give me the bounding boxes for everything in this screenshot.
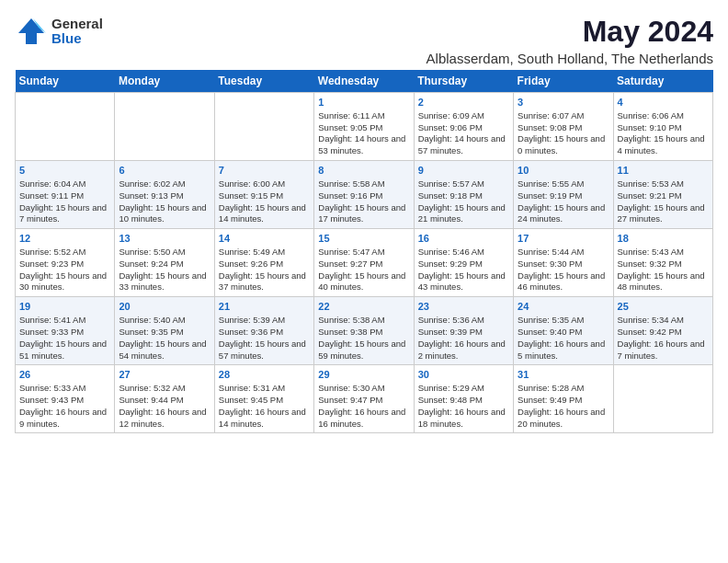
day-info: Sunset: 9:08 PM — [518, 122, 609, 134]
day-info: Sunset: 9:42 PM — [618, 327, 709, 339]
day-number: 15 — [318, 232, 409, 246]
day-info: Sunset: 9:24 PM — [119, 259, 210, 270]
cell-w5-d1: 27Sunrise: 5:32 AMSunset: 9:44 PMDayligh… — [115, 365, 214, 433]
day-info: Sunrise: 5:53 AM — [618, 178, 709, 190]
cell-w4-d5: 24Sunrise: 5:35 AMSunset: 9:40 PMDayligh… — [514, 297, 613, 365]
day-info: Sunset: 9:11 PM — [19, 190, 110, 202]
day-info: Sunrise: 5:43 AM — [618, 247, 709, 259]
day-info: Daylight: 15 hours and 7 minutes. — [19, 202, 110, 226]
day-number: 28 — [219, 368, 310, 382]
day-number: 23 — [418, 300, 509, 314]
day-info: Daylight: 16 hours and 18 minutes. — [418, 407, 509, 431]
cell-w3-d1: 13Sunrise: 5:50 AMSunset: 9:24 PMDayligh… — [115, 229, 214, 297]
day-info: Daylight: 16 hours and 7 minutes. — [618, 339, 709, 362]
cell-w1-d6: 4Sunrise: 6:06 AMSunset: 9:10 PMDaylight… — [613, 93, 712, 161]
day-info: Sunset: 9:35 PM — [119, 327, 210, 339]
day-info: Sunset: 9:23 PM — [19, 259, 110, 270]
day-info: Daylight: 14 hours and 57 minutes. — [418, 133, 509, 157]
day-info: Sunset: 9:36 PM — [219, 327, 310, 339]
day-info: Sunset: 9:47 PM — [318, 395, 409, 407]
day-info: Daylight: 15 hours and 24 minutes. — [518, 202, 609, 226]
day-number: 30 — [418, 368, 509, 382]
day-info: Sunset: 9:39 PM — [418, 327, 509, 339]
cell-w2-d1: 6Sunrise: 6:02 AMSunset: 9:13 PMDaylight… — [115, 161, 214, 229]
cell-w2-d2: 7Sunrise: 6:00 AMSunset: 9:15 PMDaylight… — [214, 161, 313, 229]
day-info: Sunset: 9:40 PM — [518, 327, 609, 339]
logo-general-text: General — [51, 17, 103, 32]
day-number: 27 — [119, 368, 210, 382]
day-number: 13 — [119, 232, 210, 246]
day-info: Daylight: 16 hours and 20 minutes. — [518, 407, 609, 431]
cell-w5-d0: 26Sunrise: 5:33 AMSunset: 9:43 PMDayligh… — [16, 365, 115, 433]
day-info: Sunrise: 5:58 AM — [318, 178, 409, 190]
logo-blue-text: Blue — [51, 31, 103, 47]
day-info: Sunrise: 6:09 AM — [418, 110, 509, 122]
day-info: Daylight: 15 hours and 54 minutes. — [119, 339, 210, 362]
day-number: 29 — [318, 368, 409, 382]
day-info: Daylight: 16 hours and 12 minutes. — [119, 407, 210, 431]
cell-w3-d0: 12Sunrise: 5:52 AMSunset: 9:23 PMDayligh… — [16, 229, 115, 297]
day-info: Sunrise: 5:40 AM — [119, 315, 210, 327]
cell-w3-d3: 15Sunrise: 5:47 AMSunset: 9:27 PMDayligh… — [314, 229, 414, 297]
day-number: 24 — [518, 300, 609, 314]
day-number: 26 — [19, 368, 110, 382]
day-number: 12 — [19, 232, 110, 246]
cell-w2-d6: 11Sunrise: 5:53 AMSunset: 9:21 PMDayligh… — [613, 161, 712, 229]
day-info: Sunset: 9:18 PM — [418, 190, 509, 202]
day-info: Sunset: 9:27 PM — [318, 259, 409, 270]
day-info: Daylight: 16 hours and 16 minutes. — [318, 407, 409, 431]
day-info: Daylight: 15 hours and 4 minutes. — [618, 133, 709, 157]
day-number: 8 — [318, 164, 409, 178]
subtitle: Alblasserdam, South Holland, The Netherl… — [427, 51, 713, 66]
day-info: Sunrise: 6:04 AM — [19, 178, 110, 190]
cell-w3-d2: 14Sunrise: 5:49 AMSunset: 9:26 PMDayligh… — [214, 229, 313, 297]
day-info: Daylight: 15 hours and 21 minutes. — [418, 202, 509, 226]
day-number: 6 — [119, 164, 210, 178]
day-info: Daylight: 15 hours and 37 minutes. — [219, 270, 310, 294]
day-info: Daylight: 16 hours and 9 minutes. — [19, 407, 110, 431]
col-friday: Friday — [514, 70, 613, 93]
logo: General Blue — [15, 15, 103, 48]
day-info: Sunset: 9:05 PM — [318, 122, 409, 134]
day-info: Sunrise: 5:41 AM — [19, 315, 110, 327]
day-info: Sunrise: 5:57 AM — [418, 178, 509, 190]
day-number: 17 — [518, 232, 609, 246]
cell-w1-d2 — [214, 93, 313, 161]
day-number: 5 — [19, 164, 110, 178]
day-info: Sunset: 9:06 PM — [418, 122, 509, 134]
cell-w5-d3: 29Sunrise: 5:30 AMSunset: 9:47 PMDayligh… — [314, 365, 414, 433]
cell-w3-d5: 17Sunrise: 5:44 AMSunset: 9:30 PMDayligh… — [514, 229, 613, 297]
day-info: Sunset: 9:29 PM — [418, 259, 509, 270]
cell-w5-d4: 30Sunrise: 5:29 AMSunset: 9:48 PMDayligh… — [414, 365, 513, 433]
day-info: Sunrise: 5:30 AM — [318, 383, 409, 395]
day-info: Sunset: 9:10 PM — [618, 122, 709, 134]
cell-w4-d4: 23Sunrise: 5:36 AMSunset: 9:39 PMDayligh… — [414, 297, 513, 365]
day-number: 19 — [19, 300, 110, 314]
day-info: Sunrise: 5:35 AM — [518, 315, 609, 327]
day-info: Sunrise: 6:11 AM — [318, 110, 409, 122]
header-row: Sunday Monday Tuesday Wednesday Thursday… — [16, 70, 713, 93]
day-info: Sunset: 9:30 PM — [518, 259, 609, 270]
day-number: 9 — [418, 164, 509, 178]
day-number: 2 — [418, 96, 509, 109]
day-number: 14 — [219, 232, 310, 246]
week-row-3: 12Sunrise: 5:52 AMSunset: 9:23 PMDayligh… — [16, 229, 713, 297]
day-info: Daylight: 15 hours and 17 minutes. — [318, 202, 409, 226]
day-number: 18 — [618, 232, 709, 246]
day-info: Sunrise: 5:33 AM — [19, 383, 110, 395]
calendar-table: Sunday Monday Tuesday Wednesday Thursday… — [15, 70, 713, 433]
cell-w4-d6: 25Sunrise: 5:34 AMSunset: 9:42 PMDayligh… — [613, 297, 712, 365]
week-row-4: 19Sunrise: 5:41 AMSunset: 9:33 PMDayligh… — [16, 297, 713, 365]
cell-w2-d5: 10Sunrise: 5:55 AMSunset: 9:19 PMDayligh… — [514, 161, 613, 229]
day-info: Sunset: 9:15 PM — [219, 190, 310, 202]
day-info: Sunrise: 5:29 AM — [418, 383, 509, 395]
week-row-1: 1Sunrise: 6:11 AMSunset: 9:05 PMDaylight… — [16, 93, 713, 161]
day-info: Sunset: 9:45 PM — [219, 395, 310, 407]
col-saturday: Saturday — [613, 70, 712, 93]
day-number: 21 — [219, 300, 310, 314]
day-number: 22 — [318, 300, 409, 314]
day-info: Sunset: 9:48 PM — [418, 395, 509, 407]
day-number: 10 — [518, 164, 609, 178]
day-info: Daylight: 15 hours and 40 minutes. — [318, 270, 409, 294]
calendar-page: General Blue May 2024 Alblasserdam, Sout… — [0, 0, 728, 563]
